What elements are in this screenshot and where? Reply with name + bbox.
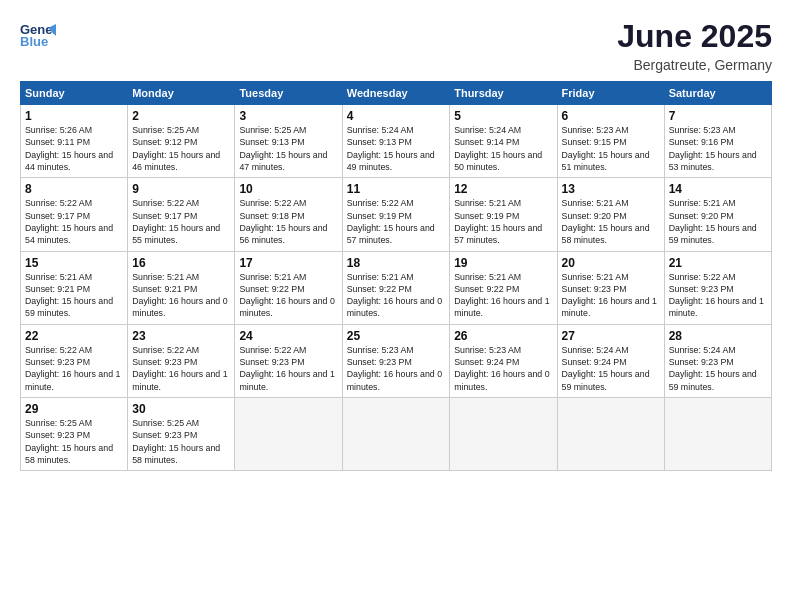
day-info: Sunrise: 5:24 AMSunset: 9:24 PMDaylight:… — [562, 344, 660, 393]
calendar-cell — [450, 398, 557, 471]
day-number: 18 — [347, 256, 445, 270]
day-number: 16 — [132, 256, 230, 270]
day-info: Sunrise: 5:25 AMSunset: 9:12 PMDaylight:… — [132, 124, 230, 173]
day-info: Sunrise: 5:23 AMSunset: 9:15 PMDaylight:… — [562, 124, 660, 173]
day-info: Sunrise: 5:24 AMSunset: 9:14 PMDaylight:… — [454, 124, 552, 173]
day-number: 26 — [454, 329, 552, 343]
calendar-cell — [557, 398, 664, 471]
day-number: 1 — [25, 109, 123, 123]
calendar-cell: 4Sunrise: 5:24 AMSunset: 9:13 PMDaylight… — [342, 105, 449, 178]
svg-text:Blue: Blue — [20, 34, 48, 49]
day-number: 30 — [132, 402, 230, 416]
calendar-cell: 6Sunrise: 5:23 AMSunset: 9:15 PMDaylight… — [557, 105, 664, 178]
weekday-header-row: SundayMondayTuesdayWednesdayThursdayFrid… — [21, 82, 772, 105]
calendar-cell: 19Sunrise: 5:21 AMSunset: 9:22 PMDayligh… — [450, 251, 557, 324]
calendar-cell — [664, 398, 771, 471]
calendar-cell: 5Sunrise: 5:24 AMSunset: 9:14 PMDaylight… — [450, 105, 557, 178]
calendar-cell — [235, 398, 342, 471]
day-info: Sunrise: 5:22 AMSunset: 9:23 PMDaylight:… — [669, 271, 767, 320]
day-info: Sunrise: 5:21 AMSunset: 9:21 PMDaylight:… — [25, 271, 123, 320]
day-number: 8 — [25, 182, 123, 196]
calendar-cell: 28Sunrise: 5:24 AMSunset: 9:23 PMDayligh… — [664, 324, 771, 397]
day-number: 10 — [239, 182, 337, 196]
day-info: Sunrise: 5:23 AMSunset: 9:23 PMDaylight:… — [347, 344, 445, 393]
day-info: Sunrise: 5:21 AMSunset: 9:22 PMDaylight:… — [347, 271, 445, 320]
calendar-cell: 24Sunrise: 5:22 AMSunset: 9:23 PMDayligh… — [235, 324, 342, 397]
calendar-cell: 30Sunrise: 5:25 AMSunset: 9:23 PMDayligh… — [128, 398, 235, 471]
calendar-cell: 11Sunrise: 5:22 AMSunset: 9:19 PMDayligh… — [342, 178, 449, 251]
calendar-week-5: 29Sunrise: 5:25 AMSunset: 9:23 PMDayligh… — [21, 398, 772, 471]
calendar-cell: 23Sunrise: 5:22 AMSunset: 9:23 PMDayligh… — [128, 324, 235, 397]
calendar-cell: 10Sunrise: 5:22 AMSunset: 9:18 PMDayligh… — [235, 178, 342, 251]
page: General Blue June 2025 Bergatreute, Germ… — [0, 0, 792, 612]
calendar-cell: 20Sunrise: 5:21 AMSunset: 9:23 PMDayligh… — [557, 251, 664, 324]
day-number: 17 — [239, 256, 337, 270]
calendar-cell: 14Sunrise: 5:21 AMSunset: 9:20 PMDayligh… — [664, 178, 771, 251]
calendar-week-1: 1Sunrise: 5:26 AMSunset: 9:11 PMDaylight… — [21, 105, 772, 178]
weekday-header-thursday: Thursday — [450, 82, 557, 105]
calendar-cell: 22Sunrise: 5:22 AMSunset: 9:23 PMDayligh… — [21, 324, 128, 397]
calendar-cell: 15Sunrise: 5:21 AMSunset: 9:21 PMDayligh… — [21, 251, 128, 324]
day-number: 13 — [562, 182, 660, 196]
day-info: Sunrise: 5:21 AMSunset: 9:20 PMDaylight:… — [562, 197, 660, 246]
day-info: Sunrise: 5:22 AMSunset: 9:19 PMDaylight:… — [347, 197, 445, 246]
calendar-cell: 25Sunrise: 5:23 AMSunset: 9:23 PMDayligh… — [342, 324, 449, 397]
location-title: Bergatreute, Germany — [617, 57, 772, 73]
weekday-header-monday: Monday — [128, 82, 235, 105]
day-number: 20 — [562, 256, 660, 270]
day-number: 24 — [239, 329, 337, 343]
calendar-week-4: 22Sunrise: 5:22 AMSunset: 9:23 PMDayligh… — [21, 324, 772, 397]
day-info: Sunrise: 5:21 AMSunset: 9:22 PMDaylight:… — [239, 271, 337, 320]
calendar-cell: 7Sunrise: 5:23 AMSunset: 9:16 PMDaylight… — [664, 105, 771, 178]
weekday-header-sunday: Sunday — [21, 82, 128, 105]
day-info: Sunrise: 5:22 AMSunset: 9:23 PMDaylight:… — [132, 344, 230, 393]
day-number: 12 — [454, 182, 552, 196]
calendar-cell: 29Sunrise: 5:25 AMSunset: 9:23 PMDayligh… — [21, 398, 128, 471]
calendar-cell: 18Sunrise: 5:21 AMSunset: 9:22 PMDayligh… — [342, 251, 449, 324]
day-number: 23 — [132, 329, 230, 343]
day-number: 19 — [454, 256, 552, 270]
day-info: Sunrise: 5:22 AMSunset: 9:18 PMDaylight:… — [239, 197, 337, 246]
day-number: 21 — [669, 256, 767, 270]
weekday-header-saturday: Saturday — [664, 82, 771, 105]
day-info: Sunrise: 5:21 AMSunset: 9:21 PMDaylight:… — [132, 271, 230, 320]
day-info: Sunrise: 5:26 AMSunset: 9:11 PMDaylight:… — [25, 124, 123, 173]
calendar-cell: 12Sunrise: 5:21 AMSunset: 9:19 PMDayligh… — [450, 178, 557, 251]
calendar-cell: 2Sunrise: 5:25 AMSunset: 9:12 PMDaylight… — [128, 105, 235, 178]
day-number: 25 — [347, 329, 445, 343]
calendar-cell: 9Sunrise: 5:22 AMSunset: 9:17 PMDaylight… — [128, 178, 235, 251]
calendar-cell: 16Sunrise: 5:21 AMSunset: 9:21 PMDayligh… — [128, 251, 235, 324]
day-number: 14 — [669, 182, 767, 196]
day-info: Sunrise: 5:22 AMSunset: 9:17 PMDaylight:… — [25, 197, 123, 246]
day-info: Sunrise: 5:23 AMSunset: 9:16 PMDaylight:… — [669, 124, 767, 173]
day-info: Sunrise: 5:25 AMSunset: 9:23 PMDaylight:… — [25, 417, 123, 466]
logo: General Blue — [20, 18, 60, 54]
day-number: 3 — [239, 109, 337, 123]
day-info: Sunrise: 5:21 AMSunset: 9:23 PMDaylight:… — [562, 271, 660, 320]
day-info: Sunrise: 5:21 AMSunset: 9:19 PMDaylight:… — [454, 197, 552, 246]
day-info: Sunrise: 5:25 AMSunset: 9:23 PMDaylight:… — [132, 417, 230, 466]
calendar-table: SundayMondayTuesdayWednesdayThursdayFrid… — [20, 81, 772, 471]
day-number: 27 — [562, 329, 660, 343]
day-number: 6 — [562, 109, 660, 123]
calendar-week-3: 15Sunrise: 5:21 AMSunset: 9:21 PMDayligh… — [21, 251, 772, 324]
day-number: 7 — [669, 109, 767, 123]
weekday-header-friday: Friday — [557, 82, 664, 105]
calendar-week-2: 8Sunrise: 5:22 AMSunset: 9:17 PMDaylight… — [21, 178, 772, 251]
calendar-cell: 21Sunrise: 5:22 AMSunset: 9:23 PMDayligh… — [664, 251, 771, 324]
month-title: June 2025 — [617, 18, 772, 55]
day-number: 2 — [132, 109, 230, 123]
calendar-cell: 26Sunrise: 5:23 AMSunset: 9:24 PMDayligh… — [450, 324, 557, 397]
header: General Blue June 2025 Bergatreute, Germ… — [20, 18, 772, 73]
day-info: Sunrise: 5:21 AMSunset: 9:20 PMDaylight:… — [669, 197, 767, 246]
day-info: Sunrise: 5:24 AMSunset: 9:23 PMDaylight:… — [669, 344, 767, 393]
day-number: 29 — [25, 402, 123, 416]
day-number: 4 — [347, 109, 445, 123]
day-number: 28 — [669, 329, 767, 343]
day-info: Sunrise: 5:22 AMSunset: 9:17 PMDaylight:… — [132, 197, 230, 246]
weekday-header-tuesday: Tuesday — [235, 82, 342, 105]
calendar-cell — [342, 398, 449, 471]
day-number: 15 — [25, 256, 123, 270]
day-info: Sunrise: 5:25 AMSunset: 9:13 PMDaylight:… — [239, 124, 337, 173]
day-info: Sunrise: 5:22 AMSunset: 9:23 PMDaylight:… — [239, 344, 337, 393]
